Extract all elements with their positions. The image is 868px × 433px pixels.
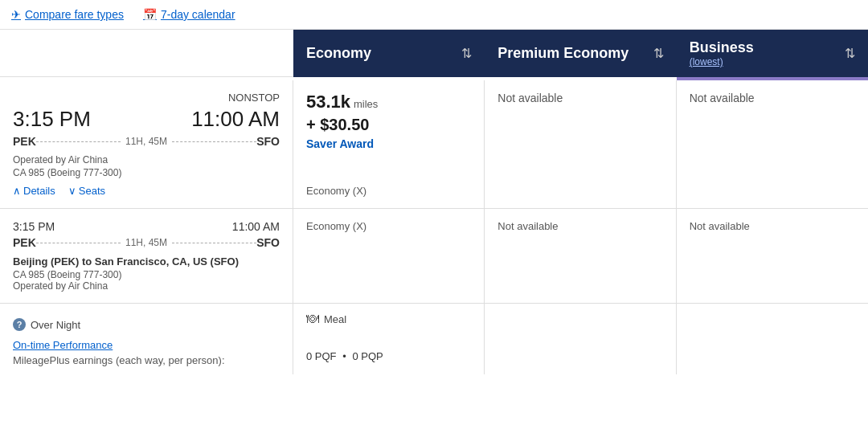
- seg2-flight-number: CA 985 (Boeing 777-300): [13, 269, 280, 280]
- flight-number: CA 985 (Boeing 777-300): [13, 167, 280, 178]
- dest-code: SFO: [256, 135, 280, 148]
- seg2-origin: PEK: [13, 236, 36, 249]
- cash-amount: + $30.50: [306, 116, 471, 134]
- overnight-row: ? Over Night: [13, 318, 280, 331]
- economy-fare-class: Economy (X): [306, 169, 471, 197]
- economy-header: Economy ⇅: [293, 30, 485, 77]
- overnight-label: Over Night: [31, 319, 80, 331]
- details-link[interactable]: ∧ Details: [13, 185, 55, 197]
- dot-separator: •: [342, 350, 346, 362]
- business-title: Business: [690, 39, 754, 56]
- mileage-label: MileagePlus earnings (each way, per pers…: [13, 354, 225, 366]
- seg2-line-right: [172, 243, 256, 243]
- miles-row: 53.1k miles: [306, 92, 471, 112]
- miles-amount: 53.1k: [306, 92, 350, 112]
- mileage-pqp: 0 PQP: [352, 350, 383, 362]
- seg2-times: 3:15 PM 11:00 AM: [13, 220, 280, 233]
- seg2-economy-fare-class: Economy (X): [306, 220, 366, 232]
- business-fare-cell: Not available: [677, 80, 868, 208]
- line-right: [172, 141, 256, 142]
- bottom-economy-cell: 🍽 Meal 0 PQF • 0 PQP: [293, 304, 485, 374]
- premium-title: Premium Economy: [497, 45, 628, 62]
- seg2-arrive: 11:00 AM: [232, 220, 280, 233]
- meal-label: Meal: [324, 313, 346, 325]
- mileage-pqf: 0 PQF: [306, 350, 337, 362]
- line-left: [36, 141, 121, 142]
- mileage-values: 0 PQF • 0 PQP: [306, 350, 471, 362]
- economy-title: Economy: [306, 45, 371, 62]
- chevron-down-icon: ∨: [68, 185, 76, 197]
- compare-fare-link[interactable]: ✈ Compare fare types: [11, 8, 124, 21]
- flight-info-panel: NONSTOP 3:15 PM 11:00 AM PEK 11H, 45M SF…: [0, 80, 293, 208]
- seg2-operated-by: Operated by Air China: [13, 280, 280, 292]
- chevron-up-icon: ∧: [13, 185, 21, 197]
- bottom-info-row: ? Over Night On-time Performance Mileage…: [0, 304, 868, 374]
- seg2-duration-line: 11H, 45M: [36, 237, 256, 248]
- calendar-link[interactable]: 📅 7-day calendar: [143, 8, 235, 21]
- bottom-premium-cell: [485, 304, 676, 374]
- segment2-row: 3:15 PM 11:00 AM PEK 11H, 45M SFO Beijin…: [0, 209, 868, 304]
- depart-time: 3:15 PM: [13, 107, 91, 132]
- duration-text: 11H, 45M: [125, 136, 167, 147]
- saver-award[interactable]: Saver Award: [306, 137, 471, 150]
- seg2-airports: PEK 11H, 45M SFO: [13, 236, 280, 249]
- premium-fare-cell: Not available: [485, 80, 676, 208]
- business-header: Business (lowest) ⇅: [677, 30, 868, 77]
- seg2-dest: SFO: [256, 236, 280, 249]
- seg2-line-left: [36, 243, 121, 243]
- times-row: 3:15 PM 11:00 AM: [13, 107, 280, 132]
- seg2-route-name: Beijing (PEK) to San Francisco, CA, US (…: [13, 255, 280, 268]
- bottom-left-panel: ? Over Night On-time Performance Mileage…: [0, 304, 293, 374]
- origin-code: PEK: [13, 135, 36, 148]
- business-not-available: Not available: [690, 92, 755, 104]
- on-time-link[interactable]: On-time Performance: [13, 339, 280, 351]
- fare-content-row: NONSTOP 3:15 PM 11:00 AM PEK 11H, 45M SF…: [0, 80, 868, 209]
- premium-not-available: Not available: [497, 92, 563, 104]
- business-sort-icon[interactable]: ⇅: [845, 46, 855, 61]
- mileage-row: MileagePlus earnings (each way, per pers…: [13, 354, 280, 366]
- meal-icon: 🍽: [306, 312, 319, 326]
- plane-icon: ✈: [11, 8, 21, 21]
- seg2-duration: 11H, 45M: [125, 237, 167, 248]
- seg2-depart: 3:15 PM: [13, 220, 55, 233]
- business-subtitle: (lowest): [690, 56, 754, 67]
- arrive-time: 11:00 AM: [191, 107, 280, 132]
- bottom-business-cell: [677, 304, 868, 374]
- segment2-flight-info: 3:15 PM 11:00 AM PEK 11H, 45M SFO Beijin…: [0, 209, 293, 303]
- operated-by: Operated by Air China: [13, 154, 280, 165]
- economy-fare-cell: 53.1k miles + $30.50 Saver Award Economy…: [293, 80, 485, 208]
- calendar-icon: 📅: [143, 8, 157, 21]
- details-seats-row: ∧ Details ∨ Seats: [13, 185, 280, 197]
- top-navigation: ✈ Compare fare types 📅 7-day calendar: [0, 0, 868, 30]
- nonstop-label: NONSTOP: [13, 92, 280, 104]
- miles-label: miles: [354, 98, 378, 110]
- question-icon: ?: [13, 318, 26, 331]
- duration-line: 11H, 45M: [36, 136, 256, 147]
- seg2-business-fare: Not available: [677, 209, 868, 303]
- premium-sort-icon[interactable]: ⇅: [653, 46, 664, 61]
- airports-row: PEK 11H, 45M SFO: [13, 135, 280, 148]
- seg2-premium-fare: Not available: [485, 209, 676, 303]
- seg2-premium-not-avail: Not available: [497, 220, 558, 232]
- seg2-business-not-avail: Not available: [690, 220, 750, 232]
- meal-row: 🍽 Meal: [306, 312, 471, 326]
- economy-sort-icon[interactable]: ⇅: [461, 46, 472, 61]
- header-empty-cell: [0, 30, 293, 77]
- fare-header-row: Economy ⇅ Premium Economy ⇅ Business (lo…: [0, 30, 868, 77]
- seats-link[interactable]: ∨ Seats: [68, 185, 105, 197]
- premium-header: Premium Economy ⇅: [485, 30, 676, 77]
- seg2-economy-fare: Economy (X): [293, 209, 485, 303]
